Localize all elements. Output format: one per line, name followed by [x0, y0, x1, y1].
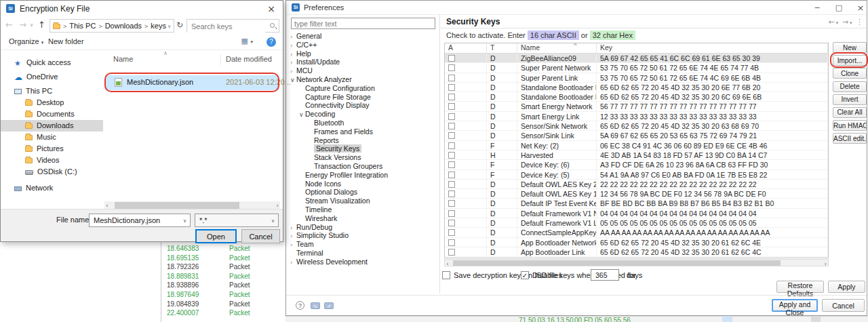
key-checkbox[interactable] [448, 103, 455, 110]
key-checkbox[interactable] [448, 229, 455, 236]
key-row-super-parent-network[interactable]: DSuper Parent Network53 75 70 65 72 50 6… [445, 63, 828, 73]
recent-locations-icon[interactable]: ∨ [30, 22, 33, 28]
side-button-new[interactable]: New [833, 42, 867, 53]
search-input[interactable] [187, 20, 265, 33]
sidebar-item-music[interactable]: Music [1, 132, 103, 143]
key-checkbox[interactable] [448, 239, 455, 246]
address-bar[interactable]: >This PC>Downloads>keys ∨ [50, 19, 174, 33]
key-checkbox[interactable] [448, 200, 455, 207]
sidebar-item-onedrive[interactable]: ☁OneDrive [1, 71, 103, 83]
back-dropdown-icon[interactable]: ▾ [836, 20, 839, 26]
key-checkbox[interactable] [448, 249, 455, 256]
sidebar-item-downloads[interactable]: Downloads [1, 120, 103, 132]
refresh-icon[interactable]: ↻ [176, 20, 183, 30]
combo-dropdown-icon[interactable]: ∨ [183, 215, 186, 227]
import-preferences-icon[interactable]: ⇗ [324, 302, 334, 309]
tree-filter-input[interactable] [291, 18, 435, 29]
cancel-button[interactable]: Cancel [822, 299, 865, 312]
key-checkbox[interactable] [448, 190, 455, 197]
key-row-super-parent-link[interactable]: DSuper Parent Link53 75 70 65 72 50 61 7… [445, 73, 828, 83]
key-row-app-bootloader-network[interactable]: DApp Bootloader Network65 6D 62 65 72 20… [445, 238, 828, 247]
tree-item-optional-dialogs[interactable]: Optional Dialogs [288, 188, 438, 197]
tree-item-reports[interactable]: Reports [288, 136, 438, 145]
key-row-zigbeealliance09[interactable]: DZigBeeAlliance095A 69 67 42 65 65 41 6C… [445, 54, 828, 63]
key-checkbox[interactable] [448, 123, 455, 129]
address-dropdown-icon[interactable]: ∨ [167, 20, 171, 33]
help-icon[interactable]: ? [267, 37, 276, 47]
tree-item-connectivity-display[interactable]: Connectivity Display [288, 101, 438, 110]
forward-icon[interactable]: → [19, 20, 26, 30]
sidebar-item-quick-access[interactable]: ★Quick access [1, 57, 103, 68]
tree-item-mcu[interactable]: ›MCU [288, 66, 438, 75]
key-checkbox[interactable] [448, 161, 455, 168]
view-mode-icon[interactable]: ▦ ▾ [241, 37, 253, 45]
scrollbar-thumb[interactable] [453, 260, 781, 266]
tree-item-terminal[interactable]: Terminal [288, 249, 438, 258]
file-type-combo[interactable]: *.* ∨ [195, 214, 279, 227]
tree-collapsed-icon[interactable]: › [290, 33, 296, 41]
minimize-icon[interactable]: ─ [808, 1, 826, 15]
key-row-default-ip-test-event-key[interactable]: DDefault IP Test Event KeyBF BE BD BC BB… [445, 199, 828, 208]
file-dialog-titlebar[interactable]: Si Encryption Key File × [1, 1, 283, 17]
help-icon[interactable]: ? [296, 301, 304, 310]
sidebar-item-documents[interactable]: Documents [1, 108, 103, 120]
side-button-ascii-edit[interactable]: ASCII edit... [833, 133, 867, 144]
tree-item-frames-and-fields[interactable]: Frames and Fields [288, 127, 438, 136]
scrollbar-thumb[interactable] [115, 202, 239, 209]
key-checkbox[interactable] [448, 132, 455, 139]
key-row-sensor-sink-link[interactable]: DSensor/Sink Link5A 69 67 62 65 65 20 53… [445, 131, 828, 140]
sidebar-item-videos[interactable]: Videos [1, 155, 103, 166]
file-row-selected[interactable]: MeshDictionary.json 2021-06-03 12:20... [105, 75, 279, 90]
key-checkbox[interactable] [448, 152, 455, 159]
key-row-harvested[interactable]: HHarvested4E 3D AB 1A 54 83 18 FD 57 AF … [445, 150, 828, 160]
key-row-net-key-2[interactable]: FNet Key: (2)06 EC 38 C4 91 4C 36 06 60 … [445, 141, 828, 150]
sidebar-item-desktop[interactable]: Desktop [1, 97, 103, 108]
side-button-run-hmac[interactable]: Run HMAC... [833, 120, 867, 131]
tree-item-capture-configuration[interactable]: Capture Configuration [288, 84, 438, 93]
back-icon[interactable]: ← [829, 18, 835, 26]
apply-and-close-button[interactable]: Apply and Close [772, 299, 818, 312]
apply-button[interactable]: Apply [828, 281, 865, 293]
back-icon[interactable]: ← [5, 20, 13, 30]
tree-item-c-c[interactable]: ›C/C++ [288, 41, 438, 49]
key-checkbox[interactable] [448, 94, 455, 100]
tree-item-install-update[interactable]: ›Install/Update [288, 58, 438, 66]
key-checkbox[interactable] [448, 142, 455, 149]
key-checkbox[interactable] [448, 64, 455, 71]
tree-item-wireless-development[interactable]: ›Wireless Development [288, 258, 438, 266]
tree-item-wireshark[interactable]: Wireshark [288, 214, 438, 223]
tree-item-bluetooth[interactable]: Bluetooth [288, 119, 438, 127]
tree-item-transaction-groupers[interactable]: Transaction Groupers [288, 162, 438, 171]
tree-item-node-icons[interactable]: Node Icons [288, 180, 438, 188]
sidebar-item-network[interactable]: Network [1, 182, 103, 194]
table-horizontal-scrollbar[interactable]: ‹ › [444, 259, 829, 266]
tree-item-stack-versions[interactable]: Stack Versions [288, 153, 438, 162]
key-row-device-key-5[interactable]: FDevice Key: (5)54 A1 9A A8 97 C6 E0 AB … [445, 170, 828, 180]
breadcrumb-segment-keys[interactable]: keys [151, 22, 166, 30]
export-preferences-icon[interactable]: ⇘ [311, 302, 320, 309]
forward-dropdown-icon[interactable]: ▾ [850, 20, 852, 26]
forward-icon[interactable]: → [842, 18, 848, 26]
key-row-smart-energy-network[interactable]: DSmart Energy Network56 77 77 77 77 77 7… [445, 102, 828, 111]
organize-button[interactable]: Organize ▾ [9, 37, 43, 45]
days-input[interactable] [591, 269, 619, 281]
breadcrumb-segment-downloads[interactable]: Downloads [105, 22, 142, 30]
cancel-button[interactable]: Cancel [241, 229, 280, 243]
breadcrumb-segment-this-pc[interactable]: This PC [69, 22, 96, 30]
key-row-device-key-6[interactable]: FDevice Key: (6)A3 FD CF DE 6A 26 10 23 … [445, 160, 828, 169]
tree-item-team[interactable]: ›Team [288, 240, 438, 249]
side-button-clone[interactable]: Clone [833, 68, 867, 79]
side-button-clear-all[interactable]: Clear All [833, 107, 867, 118]
close-icon[interactable]: × [852, 1, 868, 15]
tree-item-stream-visualization[interactable]: Stream Visualization [288, 197, 438, 205]
tree-collapsed-icon[interactable]: › [290, 258, 296, 267]
key-checkbox[interactable] [448, 75, 455, 81]
key-row-smart-energy-link[interactable]: DSmart Energy Link12 33 33 33 33 33 33 3… [445, 112, 828, 121]
new-folder-button[interactable]: New folder [48, 37, 84, 45]
column-header-name[interactable]: Name ∧ [517, 43, 597, 53]
column-header-date[interactable]: Date modified [226, 55, 272, 63]
sidebar-item-osdisk-c[interactable]: OSDisk (C:) [1, 166, 103, 178]
scroll-left-icon[interactable]: ‹ [446, 260, 449, 268]
tree-item-decoding[interactable]: ∨Decoding [288, 110, 438, 119]
tree-item-energy-profiler-integration[interactable]: Energy Profiler Integration [288, 171, 438, 180]
